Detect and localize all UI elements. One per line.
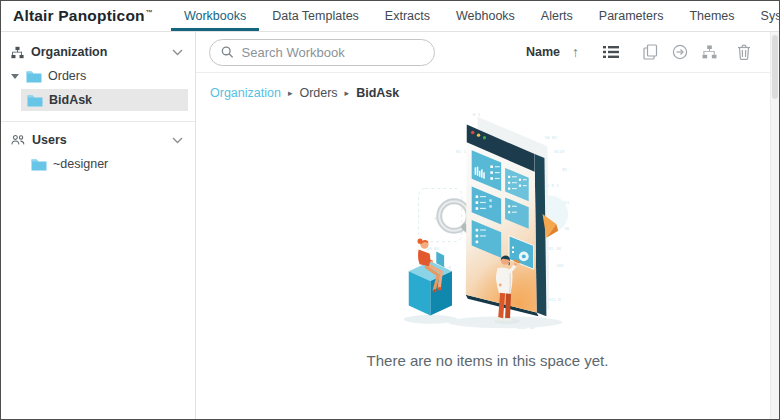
app-logo: Altair Panopticon™ — [13, 1, 153, 31]
svg-text:10 01: 10 01 — [426, 246, 439, 251]
folder-icon — [31, 158, 47, 171]
top-nav: Altair Panopticon™ Workbooks Data Templa… — [1, 1, 779, 32]
breadcrumb: Organization ▸ Orders ▸ BidAsk — [196, 73, 779, 100]
tree-item-label: ~designer — [53, 157, 108, 171]
tab-alerts[interactable]: Alerts — [528, 1, 586, 31]
toolbar-actions: Name ↑ — [526, 44, 751, 60]
scrollbar-thumb[interactable] — [772, 35, 778, 99]
folder-icon — [26, 70, 42, 83]
chevron-down-icon — [172, 137, 183, 144]
section-label: Organization — [31, 45, 107, 59]
svg-text:101: 101 — [556, 263, 564, 268]
sidebar-divider — [1, 121, 195, 122]
sidebar: Organization Orders BidAsk Users — [1, 32, 196, 419]
copy-icon[interactable] — [643, 44, 658, 60]
tab-extracts[interactable]: Extracts — [372, 1, 443, 31]
search-icon — [221, 45, 234, 59]
tab-system[interactable]: System — [748, 1, 780, 31]
empty-message: There are no items in this space yet. — [196, 352, 779, 369]
search-input[interactable] — [242, 45, 423, 60]
breadcrumb-separator-icon: ▸ — [345, 88, 350, 98]
app-window: Altair Panopticon™ Workbooks Data Templa… — [0, 0, 780, 420]
tab-data-templates[interactable]: Data Templates — [259, 1, 372, 31]
tab-workbooks[interactable]: Workbooks — [171, 1, 259, 31]
nav-tabs: Workbooks Data Templates Extracts Webhoo… — [171, 1, 780, 31]
tab-themes[interactable]: Themes — [676, 1, 747, 31]
logo-trademark: ™ — [146, 9, 153, 16]
tree-item-orders[interactable]: Orders — [1, 66, 195, 86]
sitemap-icon — [11, 46, 24, 59]
main-panel: Name ↑ — [196, 32, 779, 419]
section-label: Users — [32, 133, 67, 147]
expander-icon[interactable] — [11, 74, 19, 79]
svg-text:1 0 1: 1 0 1 — [546, 183, 559, 188]
svg-text:01 1: 01 1 — [455, 149, 465, 154]
move-icon[interactable] — [672, 44, 688, 60]
breadcrumb-bidask: BidAsk — [356, 86, 399, 100]
breadcrumb-orders[interactable]: Orders — [299, 86, 337, 100]
sidebar-section-users[interactable]: Users — [1, 129, 195, 151]
tree-item-bidask[interactable]: BidAsk — [21, 89, 188, 111]
svg-text:01 10: 01 10 — [548, 246, 561, 251]
tab-parameters[interactable]: Parameters — [586, 1, 677, 31]
svg-text:10: 10 — [564, 226, 569, 231]
delete-icon[interactable] — [737, 44, 751, 60]
svg-text:0 1: 0 1 — [472, 112, 480, 117]
tree-item-designer[interactable]: ~designer — [1, 154, 195, 174]
search-workbook[interactable] — [209, 39, 435, 66]
svg-text:01: 01 — [562, 167, 567, 172]
toolbar: Name ↑ — [196, 32, 779, 73]
sort-by-name-button[interactable]: Name — [526, 45, 560, 59]
list-view-icon[interactable] — [603, 45, 619, 59]
tree-item-label: Orders — [48, 69, 86, 83]
sort-ascending-icon[interactable]: ↑ — [572, 44, 579, 60]
users-icon — [11, 134, 25, 146]
scrollbar[interactable] — [770, 32, 779, 419]
tree-item-label: BidAsk — [49, 93, 92, 107]
content-area: Organization Orders BidAsk Users — [1, 32, 779, 419]
empty-space-illustration: 10 01011001 1 0 1001110 01 101010 1 011 … — [397, 102, 627, 338]
logo-text: Altair Panopticon — [13, 7, 145, 25]
svg-text:011 0: 011 0 — [548, 297, 561, 302]
sidebar-section-organization[interactable]: Organization — [1, 41, 195, 63]
folder-icon — [27, 94, 43, 107]
sitemap-icon[interactable] — [702, 45, 717, 59]
svg-text:10 01: 10 01 — [544, 135, 557, 140]
svg-text:0110: 0110 — [554, 149, 564, 154]
breadcrumb-separator-icon: ▸ — [288, 88, 293, 98]
chevron-down-icon — [172, 49, 183, 56]
tab-webhooks[interactable]: Webhooks — [443, 1, 528, 31]
breadcrumb-organization[interactable]: Organization — [210, 86, 281, 100]
